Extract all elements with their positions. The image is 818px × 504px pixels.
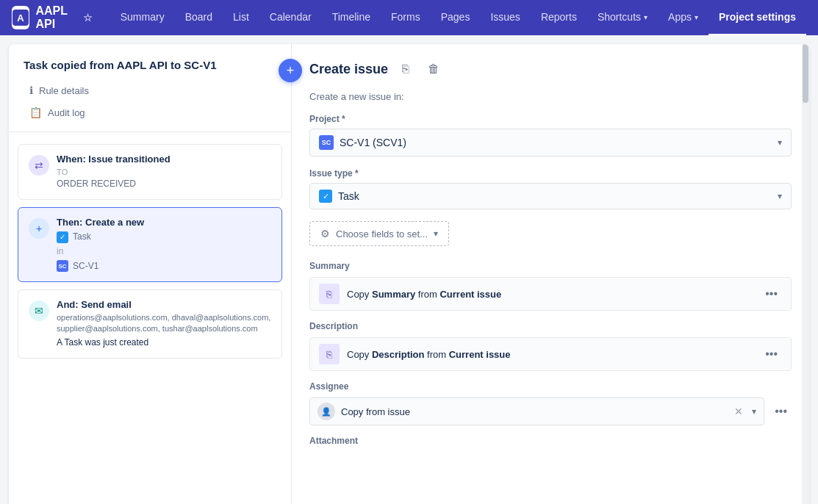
choose-fields-chevron-icon: ▾ xyxy=(434,228,438,239)
nav-item-shortcuts[interactable]: Shortcuts ▾ xyxy=(587,0,658,35)
main-content: Task copied from AAPL API to SC-V1 ℹ Rul… xyxy=(9,44,809,504)
nav-item-calendar[interactable]: Calendar xyxy=(259,0,322,35)
description-field-text: Copy Description from Current issue xyxy=(347,349,753,360)
create-issue-header: Create issue ⎘ 🗑 xyxy=(309,59,792,79)
description-copy-icon: ⎘ xyxy=(319,344,340,364)
and-rule-item[interactable]: ✉ And: Send email operations@aaplsolutio… xyxy=(18,289,282,359)
right-panel-scrollable: Create issue ⎘ 🗑 Create a new issue in: … xyxy=(292,44,809,504)
left-panel-nav: ℹ Rule details 📋 Audit log xyxy=(24,80,276,123)
nav-item-board[interactable]: Board xyxy=(175,0,223,35)
project-icon: SC xyxy=(319,135,334,150)
shortcuts-chevron-icon: ▾ xyxy=(644,13,647,21)
description-field-section: Description ⎘ Copy Description from Curr… xyxy=(309,321,792,371)
nav-item-reports[interactable]: Reports xyxy=(531,0,587,35)
project-form-group: Project * SC SC-V1 (SCV1) ▾ xyxy=(309,114,792,156)
choose-fields-button[interactable]: ⚙ Choose fields to set... ▾ xyxy=(309,221,449,246)
rule-details-icon: ℹ xyxy=(29,84,33,96)
nav-item-timeline[interactable]: Timeline xyxy=(322,0,381,35)
create-issue-title: Create issue xyxy=(309,62,388,77)
when-rule-text: When: Issue transitioned TO ORDER RECEIV… xyxy=(57,154,271,190)
summary-field-section: Summary ⎘ Copy Summary from Current issu… xyxy=(309,261,792,311)
assignee-value: Copy from issue xyxy=(341,406,725,417)
when-rule-item[interactable]: ⇄ When: Issue transitioned TO ORDER RECE… xyxy=(18,144,282,200)
and-rule-text: And: Send email operations@aaplsolutions… xyxy=(57,299,271,350)
copy-icon: ⎘ xyxy=(402,62,409,76)
then-rule-item[interactable]: + Then: Create a new ✓ Task in SC SC-V1 xyxy=(18,207,282,281)
and-rule-sub: operations@aaplsolutions.com, dhaval@aap… xyxy=(57,312,271,350)
app-logo[interactable]: A AAPL API ☆ xyxy=(12,4,93,31)
nav-item-list[interactable]: List xyxy=(223,0,259,35)
nav-item-apps[interactable]: Apps ▾ xyxy=(658,0,708,35)
assignee-select[interactable]: 👤 Copy from issue ✕ ▾ xyxy=(309,397,764,425)
scrollbar-thumb[interactable] xyxy=(803,44,808,103)
assignee-chevron-icon: ▾ xyxy=(752,406,756,417)
project-value: SC-V1 (SCV1) xyxy=(340,137,406,148)
then-rule-icon: + xyxy=(29,218,49,239)
assignee-more-button[interactable]: ••• xyxy=(770,403,792,420)
nav-item-summary[interactable]: Summary xyxy=(110,0,175,35)
copy-issue-button[interactable]: ⎘ xyxy=(395,59,416,79)
audit-log-icon: 📋 xyxy=(29,107,42,118)
audit-log-nav[interactable]: 📋 Audit log xyxy=(24,102,276,123)
assignee-field-section: Assignee 👤 Copy from issue ✕ ▾ ••• xyxy=(309,381,792,425)
and-rule-icon: ✉ xyxy=(29,300,49,321)
nav-item-pages[interactable]: Pages xyxy=(431,0,481,35)
gear-icon: ⚙ xyxy=(320,228,330,240)
when-rule-sub: TO ORDER RECEIVED xyxy=(57,167,271,190)
summary-more-button[interactable]: ••• xyxy=(761,286,782,302)
summary-section-title: Summary xyxy=(309,261,792,271)
apps-chevron-icon: ▾ xyxy=(695,13,698,21)
nav-item-project-settings[interactable]: Project settings xyxy=(708,0,806,35)
project-select-left: SC SC-V1 (SCV1) xyxy=(319,135,406,150)
when-rule-header: ⇄ When: Issue transitioned TO ORDER RECE… xyxy=(18,145,281,199)
assignee-row-container: 👤 Copy from issue ✕ ▾ ••• xyxy=(309,397,792,425)
right-panel: Create issue ⎘ 🗑 Create a new issue in: … xyxy=(292,44,809,504)
when-rule-icon: ⇄ xyxy=(29,155,49,176)
delete-issue-button[interactable]: 🗑 xyxy=(423,59,444,79)
right-wrapper: + Create issue ⎘ 🗑 Create a new issue in… xyxy=(292,44,809,504)
create-issue-subtitle: Create a new issue in: xyxy=(309,91,792,102)
scrollbar-track[interactable] xyxy=(802,44,809,504)
nav-items-container: Summary Board List Calendar Timeline For… xyxy=(110,0,806,35)
then-rule-sub: ✓ Task in SC SC-V1 xyxy=(57,231,271,272)
app-name: AAPL API xyxy=(35,4,76,31)
left-panel-body: ⇄ When: Issue transitioned TO ORDER RECE… xyxy=(9,132,291,504)
left-panel-header: Task copied from AAPL API to SC-V1 ℹ Rul… xyxy=(9,44,291,132)
left-panel: Task copied from AAPL API to SC-V1 ℹ Rul… xyxy=(9,44,292,504)
attachment-section-title: Attachment xyxy=(309,436,792,446)
issue-type-form-group: Issue type * ✓ Task ▾ xyxy=(309,168,792,209)
project-chevron-icon: ▾ xyxy=(778,137,782,148)
task-type-icon: ✓ xyxy=(57,231,68,243)
and-rule-header: ✉ And: Send email operations@aaplsolutio… xyxy=(18,290,281,359)
rule-details-nav[interactable]: ℹ Rule details xyxy=(24,80,276,101)
issue-type-label: Issue type * xyxy=(309,168,792,179)
description-section-title: Description xyxy=(309,321,792,331)
choose-fields-label: Choose fields to set... xyxy=(336,228,428,240)
logo-icon: A xyxy=(12,6,29,29)
summary-field-row: ⎘ Copy Summary from Current issue ••• xyxy=(309,277,792,311)
issue-type-chevron-icon: ▾ xyxy=(778,191,782,201)
issue-type-value: Task xyxy=(338,190,359,202)
then-rule-text: Then: Create a new ✓ Task in SC SC-V1 xyxy=(57,217,271,272)
add-action-button[interactable]: + xyxy=(279,59,302,82)
summary-field-text: Copy Summary from Current issue xyxy=(347,289,753,300)
assignee-clear-button[interactable]: ✕ xyxy=(731,404,746,419)
svg-text:A: A xyxy=(18,12,25,24)
assignee-avatar: 👤 xyxy=(317,403,335,420)
delete-icon: 🗑 xyxy=(428,62,440,76)
issue-type-select-left: ✓ Task xyxy=(319,190,359,203)
description-more-button[interactable]: ••• xyxy=(761,346,782,362)
task-icon: ✓ xyxy=(319,190,332,203)
summary-copy-icon: ⎘ xyxy=(319,284,340,304)
star-icon[interactable]: ☆ xyxy=(83,12,93,24)
assignee-section-title: Assignee xyxy=(309,381,792,392)
project-select[interactable]: SC SC-V1 (SCV1) ▾ xyxy=(309,129,792,156)
nav-item-issues[interactable]: Issues xyxy=(480,0,530,35)
nav-item-forms[interactable]: Forms xyxy=(381,0,431,35)
then-rule-header: + Then: Create a new ✓ Task in SC SC-V1 xyxy=(18,208,281,281)
project-label: Project * xyxy=(309,114,792,124)
project-mini-icon: SC xyxy=(57,260,68,272)
description-field-row: ⎘ Copy Description from Current issue ••… xyxy=(309,337,792,371)
issue-type-select[interactable]: ✓ Task ▾ xyxy=(309,183,792,209)
rule-title: Task copied from AAPL API to SC-V1 xyxy=(24,59,276,71)
